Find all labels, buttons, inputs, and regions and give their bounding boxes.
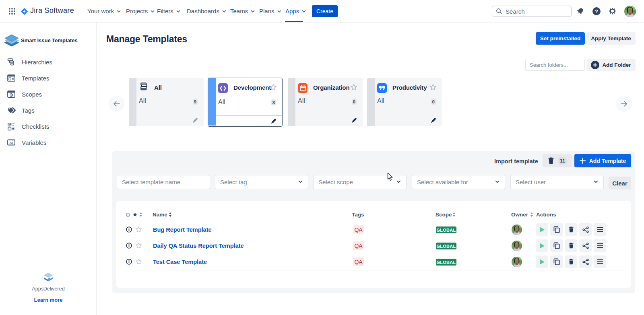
svg-text:?: ? xyxy=(595,8,598,14)
svg-text:(x): (x) xyxy=(10,141,13,145)
